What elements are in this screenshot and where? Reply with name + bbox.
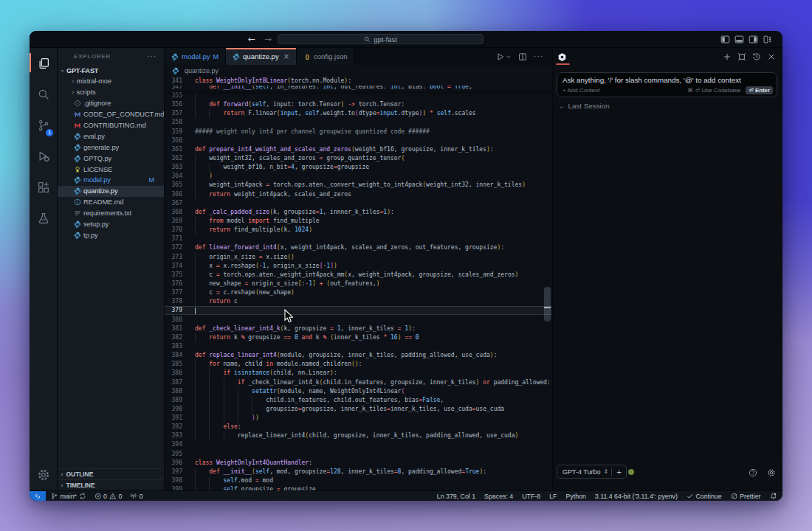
- code-line-389[interactable]: 389 child.in_features, child.out_feature…: [165, 396, 552, 405]
- code-line-374[interactable]: 374 x = x.reshape(-1, origin_x_size[-1]): [165, 262, 552, 271]
- status-item-language[interactable]: Python: [565, 493, 585, 500]
- code-line-373[interactable]: 373 origin_x_size = x.size(): [165, 253, 552, 262]
- file-item-model.py[interactable]: model.pyM: [58, 175, 164, 186]
- status-item-cursor-position[interactable]: Ln 379, Col 1: [437, 493, 475, 500]
- code-editor[interactable]: 355356 def forward(self, input: torch.Te…: [165, 77, 552, 490]
- code-line-365[interactable]: 365 weight_int4pack = torch.ops.aten._co…: [165, 181, 552, 190]
- file-item-quantize.py[interactable]: quantize.py: [58, 186, 164, 197]
- code-line-392[interactable]: 392 else:: [165, 423, 552, 431]
- status-item-continue[interactable]: Continue: [687, 493, 722, 500]
- activity-bar-item-search[interactable]: [30, 79, 57, 110]
- code-line-377[interactable]: 377 c = c.reshape(new_shape): [165, 288, 552, 297]
- customize-layout-icon[interactable]: [763, 35, 772, 44]
- status-item-prettier[interactable]: Prettier: [731, 493, 761, 500]
- code-line-360[interactable]: 360: [165, 136, 552, 145]
- code-line-386[interactable]: 386 if isinstance(child, nn.Linear):: [165, 369, 552, 378]
- code-line-356[interactable]: 356 def forward(self, input: torch.Tenso…: [165, 100, 552, 109]
- tab-quantize.py[interactable]: quantize.py×: [226, 48, 297, 65]
- sidebar-more-actions-icon[interactable]: ···: [147, 52, 156, 60]
- outline-section[interactable]: ›OUTLINE: [58, 468, 164, 479]
- code-line-375[interactable]: 375 c = torch.ops.aten._weight_int4pack_…: [165, 271, 552, 280]
- project-root-folder[interactable]: › GPT-FAST: [58, 65, 164, 76]
- file-item-eval.py[interactable]: eval.py: [58, 131, 164, 142]
- status-item-indentation[interactable]: Spaces: 4: [484, 493, 513, 500]
- file-item-generate.py[interactable]: generate.py: [58, 142, 164, 153]
- code-line-361[interactable]: 361def prepare_int4_weight_and_scales_an…: [165, 145, 552, 154]
- file-item-LICENSE[interactable]: LICENSE: [58, 164, 164, 175]
- status-item-encoding[interactable]: UTF-8: [522, 493, 540, 500]
- remote-indicator[interactable]: [30, 491, 46, 502]
- file-item-README.md[interactable]: README.md: [58, 197, 164, 208]
- status-item-notifications[interactable]: [770, 493, 777, 500]
- activity-bar-item-source-control[interactable]: 1: [30, 110, 57, 141]
- folder-item-mixtral-moe[interactable]: ›mixtral-moe: [58, 76, 164, 87]
- tab-model.py[interactable]: model.pyM: [165, 48, 226, 65]
- run-python-file-button[interactable]: [496, 52, 512, 61]
- continue-logo-icon[interactable]: [557, 52, 567, 62]
- code-line-384[interactable]: 384def replace_linear_int4(module, group…: [165, 351, 552, 360]
- code-line-371[interactable]: 371: [165, 235, 552, 243]
- code-line-393[interactable]: 393 replace_linear_int4(child, groupsize…: [165, 431, 552, 440]
- code-line-364[interactable]: 364 ): [165, 172, 552, 181]
- activity-bar-item-testing[interactable]: [30, 203, 57, 234]
- problems-status[interactable]: 00: [94, 493, 123, 500]
- file-item-tp.py[interactable]: tp.py: [58, 229, 164, 240]
- sticky-line-341[interactable]: 341class WeightOnlyInt8Linear(torch.nn.M…: [165, 77, 552, 86]
- code-line-399[interactable]: 399 self.groupsize = groupsize: [165, 485, 552, 490]
- code-line-391[interactable]: 391 )): [165, 414, 552, 423]
- breadcrumb[interactable]: quantize.py: [165, 65, 552, 77]
- model-selector[interactable]: GPT-4 Turbo ⇕ +: [557, 465, 627, 479]
- code-line-398[interactable]: 398 self.mod = mod: [165, 476, 552, 485]
- enter-button[interactable]: ⏎ Enter: [746, 86, 773, 94]
- split-editor-button[interactable]: [518, 52, 527, 61]
- add-model-button[interactable]: +: [611, 468, 626, 476]
- ports-status[interactable]: 0: [130, 493, 142, 500]
- help-icon[interactable]: [749, 468, 757, 477]
- activity-bar-item-settings[interactable]: [30, 459, 57, 490]
- command-center-search[interactable]: gpt-fast: [278, 34, 484, 44]
- code-line-379[interactable]: 379: [165, 306, 552, 315]
- code-line-378[interactable]: 378 return c: [165, 297, 552, 306]
- folder-item-scripts[interactable]: ›scripts: [58, 87, 164, 98]
- navigate-forward-button[interactable]: →: [263, 34, 273, 44]
- activity-bar-item-extensions[interactable]: [30, 172, 57, 203]
- code-line-394[interactable]: 394: [165, 440, 552, 449]
- tab-config.json[interactable]: {}config.json: [297, 48, 354, 65]
- status-item-eol[interactable]: LF: [549, 493, 557, 500]
- code-line-395[interactable]: 395: [165, 450, 552, 459]
- code-line-362[interactable]: 362 weight_int32, scales_and_zeros = gro…: [165, 154, 552, 163]
- code-line-370[interactable]: 370 return find_multiple(k, 1024): [165, 226, 552, 235]
- activity-bar-item-run-debug[interactable]: [30, 141, 57, 172]
- code-line-372[interactable]: 372def linear_forward_int4(x, weight_int…: [165, 243, 552, 252]
- file-item-requirements.txt[interactable]: requirements.txt: [58, 208, 164, 219]
- close-tab-icon[interactable]: ×: [283, 52, 289, 60]
- code-line-367[interactable]: 367: [165, 199, 552, 208]
- activity-bar-item-explorer[interactable]: [30, 48, 57, 79]
- code-line-363[interactable]: 363 weight_bf16, n_bit=4, groupsize=grou…: [165, 163, 552, 172]
- code-line-380[interactable]: 380: [165, 316, 552, 324]
- file-item-.gitignore[interactable]: .gitignore: [58, 98, 164, 109]
- toggle-panel-icon[interactable]: [734, 35, 744, 44]
- file-item-GPTQ.py[interactable]: GPTQ.py: [58, 153, 164, 164]
- file-item-CODE_OF_CONDUCT.md[interactable]: CODE_OF_CONDUCT.md: [58, 109, 164, 120]
- code-line-381[interactable]: 381def _check_linear_int4_k(k, groupsize…: [165, 324, 552, 333]
- add-context-button[interactable]: + Add Context: [562, 87, 599, 94]
- code-line-359[interactable]: 359##### weight only int4 per channel gr…: [165, 128, 552, 136]
- navigate-back-button[interactable]: ←: [247, 34, 257, 44]
- use-codebase-hint[interactable]: ⌘ ⏎ Use Codebase: [687, 87, 740, 94]
- more-actions-button[interactable]: ···: [534, 52, 543, 60]
- last-session-link[interactable]: ← Last Session: [559, 102, 610, 110]
- code-line-376[interactable]: 376 new_shape = origin_x_size[:-1] + (ou…: [165, 280, 552, 288]
- file-item-setup.py[interactable]: setup.py: [58, 219, 164, 230]
- settings-gear-icon[interactable]: [767, 468, 776, 477]
- code-line-388[interactable]: 388 setattr(module, name, WeightOnlyInt4…: [165, 387, 552, 396]
- code-line-385[interactable]: 385 for name, child in module.named_chil…: [165, 360, 552, 369]
- code-line-396[interactable]: 396class WeightOnlyInt4QuantHandler:: [165, 459, 552, 468]
- code-line-357[interactable]: 357 return F.linear(input, self.weight.t…: [165, 109, 552, 118]
- editor-scrollbar-thumb[interactable]: [544, 287, 551, 322]
- timeline-section[interactable]: ›TIMELINE: [58, 479, 164, 490]
- file-item-CONTRIBUTING.md[interactable]: CONTRIBUTING.md: [58, 120, 164, 131]
- code-line-368[interactable]: 368def _calc_padded_size(k, groupsize=1,…: [165, 208, 552, 217]
- code-line-382[interactable]: 382 return k % groupsize == 0 and k % (i…: [165, 333, 552, 342]
- history-icon[interactable]: [752, 52, 761, 61]
